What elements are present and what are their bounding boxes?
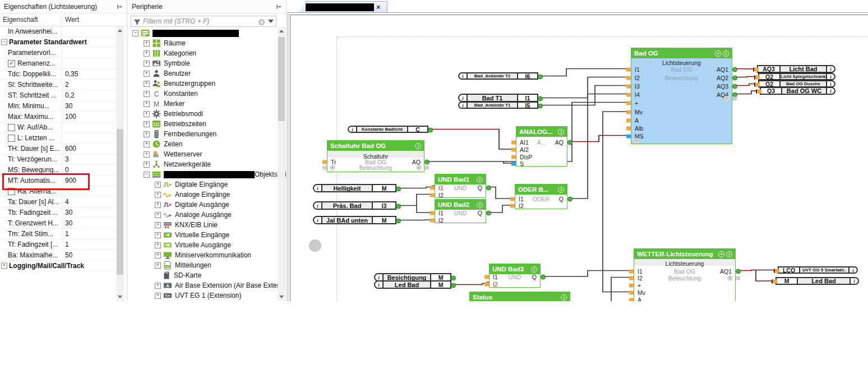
- input-ref-präs-bad[interactable]: iPräs. BadI3: [313, 201, 396, 210]
- expand-icon[interactable]: +: [144, 71, 150, 77]
- tree-item-sd-karte[interactable]: SD-Karte: [128, 270, 286, 280]
- block-und-bad1[interactable]: UND Bad1iUNDI1I2Q: [435, 174, 486, 198]
- expand-icon[interactable]: +: [155, 283, 161, 289]
- gray-connector[interactable]: [736, 276, 740, 280]
- green-connector[interactable]: [541, 275, 546, 280]
- output-ref-led-bad[interactable]: MLed Badi: [775, 277, 859, 285]
- tree-filter[interactable]: Filtern mit (STRG + F): [131, 16, 276, 27]
- gray-connector[interactable]: [732, 97, 737, 101]
- info-icon[interactable]: i: [314, 185, 321, 191]
- move-icon[interactable]: +: [718, 251, 724, 257]
- info-icon[interactable]: i: [826, 88, 834, 94]
- green-connector[interactable]: [451, 283, 456, 288]
- orange-connector[interactable]: [774, 269, 779, 273]
- property-value[interactable]: 0,2: [62, 91, 75, 99]
- tree-item-analoge-ausgänge[interactable]: +Analoge Ausgänge: [128, 210, 286, 220]
- green-connector[interactable]: [486, 185, 491, 190]
- property-value[interactable]: 1: [62, 230, 69, 238]
- green-connector[interactable]: [396, 218, 401, 223]
- orange-connector[interactable]: [753, 68, 759, 72]
- properties-scrollbar[interactable]: [116, 26, 124, 301]
- expand-icon[interactable]: +: [144, 101, 150, 107]
- tree-item-symbole[interactable]: +Symbole: [128, 58, 286, 68]
- input-ref-konstante-badlicht[interactable]: iKonstante BadlichtC: [348, 126, 428, 133]
- tree-item-zeiten[interactable]: +Zeiten: [128, 139, 286, 149]
- expand-icon[interactable]: +: [155, 252, 161, 259]
- diagram-canvas[interactable]: ×: [287, 0, 868, 301]
- filter-clear-icon[interactable]: [258, 18, 265, 25]
- orange-connector[interactable]: [430, 211, 435, 215]
- column-wert[interactable]: Wert: [62, 16, 79, 24]
- block-und-bad2[interactable]: UND Bad2iUNDI1I2Q: [435, 199, 486, 223]
- property-value[interactable]: 3: [62, 155, 69, 163]
- tree-item-wetterserver[interactable]: +Wetterserver: [128, 149, 286, 159]
- info-icon[interactable]: i: [849, 278, 858, 284]
- property-value[interactable]: 1: [62, 241, 69, 248]
- output-ref-uvt-og-5-smartakt-[interactable]: LCOUVT OG 5 Smartakt..i: [778, 266, 858, 274]
- green-connector[interactable]: [732, 67, 737, 72]
- orange-connector[interactable]: [629, 283, 634, 287]
- property-row[interactable]: Min: Minimu...30: [0, 101, 116, 112]
- property-value[interactable]: 0,35: [62, 70, 78, 78]
- orange-connector[interactable]: [484, 282, 489, 286]
- green-connector[interactable]: [396, 204, 401, 209]
- property-row[interactable]: Ba: Maximalhe...50: [0, 250, 116, 261]
- gray-connector[interactable]: [424, 166, 429, 170]
- expand-icon[interactable]: +: [144, 81, 150, 87]
- tree-item-kategorien[interactable]: +Kategorien: [128, 48, 286, 58]
- tree-item-konstanten[interactable]: +CKonstanten: [128, 89, 286, 99]
- input-ref-led-bad[interactable]: iLed BadM: [374, 280, 451, 289]
- property-value[interactable]: 100: [62, 113, 76, 121]
- scroll-up-icon[interactable]: [116, 26, 124, 35]
- orange-connector[interactable]: [626, 67, 631, 71]
- expand-icon[interactable]: +: [144, 141, 150, 147]
- info-icon[interactable]: i: [459, 103, 467, 108]
- property-row[interactable]: −Parameter Standardwert: [0, 37, 116, 48]
- property-row[interactable]: L: Letzten ...: [0, 133, 116, 144]
- green-connector[interactable]: [396, 186, 401, 191]
- property-row[interactable]: Ta: Dauer [s] Al...4: [0, 197, 116, 207]
- output-ref-bad-og-wc[interactable]: Q3Bad OG WCi: [760, 87, 835, 95]
- expand-icon[interactable]: +: [155, 192, 161, 198]
- orange-connector[interactable]: [322, 160, 327, 164]
- property-row[interactable]: TH: Dauer [s] E...600: [0, 144, 116, 154]
- tree-item-digitale-eingänge[interactable]: +Digitale Eingänge: [128, 179, 286, 190]
- expand-icon[interactable]: +: [144, 131, 150, 137]
- column-eigenschaft[interactable]: Eigenschaft: [0, 16, 62, 24]
- scroll-down-icon[interactable]: [116, 293, 124, 301]
- property-row[interactable]: Tf: Fadingzeit [...1: [0, 239, 116, 250]
- checkbox[interactable]: [8, 188, 15, 195]
- info-icon[interactable]: i: [826, 81, 834, 86]
- output-ref-licht-bad[interactable]: AQ3Licht Badi: [757, 65, 835, 73]
- tree-item-fernbedienungen[interactable]: +Fernbedienungen: [128, 129, 286, 139]
- info-icon[interactable]: i: [558, 187, 564, 193]
- info-icon[interactable]: i: [459, 73, 467, 79]
- orange-connector[interactable]: [484, 275, 489, 279]
- green-connector[interactable]: [732, 84, 737, 89]
- green-connector[interactable]: [486, 211, 491, 216]
- blue-connector[interactable]: [626, 134, 631, 138]
- input-ref-bad-ankleide-t1[interactable]: iBad_Ankleide T1I5: [458, 101, 538, 109]
- gray-connector[interactable]: [322, 166, 327, 170]
- property-row[interactable]: ST: Schrittzeit ...0,2: [0, 90, 116, 101]
- green-connector[interactable]: [538, 96, 543, 101]
- page-tab[interactable]: ×: [300, 1, 387, 12]
- property-value[interactable]: 0: [62, 166, 69, 174]
- tree-item-merker[interactable]: +MMerker: [128, 99, 286, 109]
- expand-icon[interactable]: +: [144, 40, 150, 47]
- orange-connector[interactable]: [510, 204, 515, 208]
- move-icon[interactable]: +: [715, 50, 721, 57]
- orange-connector[interactable]: [626, 118, 631, 122]
- tree-item-mitteilungen[interactable]: +Mitteilungen: [128, 260, 286, 270]
- info-icon[interactable]: i: [415, 143, 421, 149]
- orange-connector[interactable]: [772, 280, 777, 284]
- expand-icon[interactable]: +: [1, 263, 7, 269]
- property-value[interactable]: 30: [62, 209, 72, 216]
- add-pin-icon[interactable]: +: [724, 96, 730, 101]
- input-ref-jal-bad-unten[interactable]: iJal BAd untenM: [313, 216, 396, 224]
- orange-connector[interactable]: [430, 186, 435, 190]
- tree-item-miniserverkommunikation[interactable]: +Miniserverkommunikation: [128, 250, 286, 260]
- property-row[interactable]: Tdc: Doppelkli...0,35: [0, 69, 116, 80]
- property-row[interactable]: Max: Maximu...100: [0, 112, 116, 122]
- info-icon[interactable]: i: [477, 202, 483, 208]
